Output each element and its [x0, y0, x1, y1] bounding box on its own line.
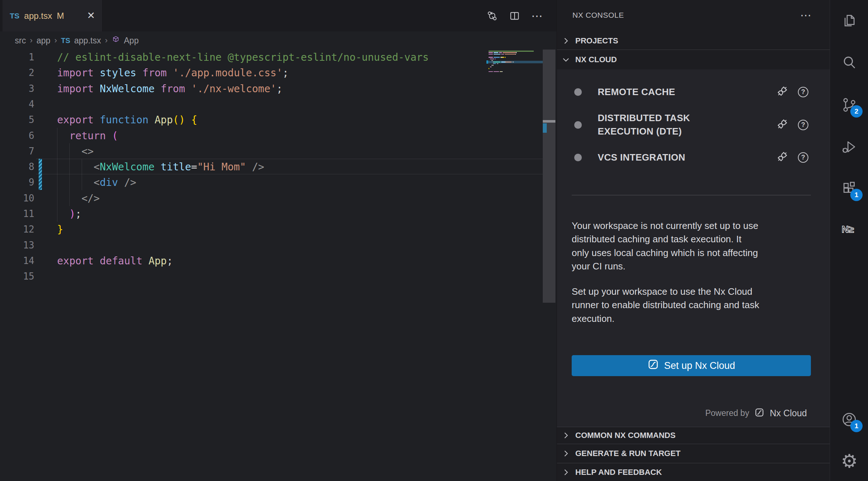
minimap[interactable]	[489, 51, 543, 78]
line-number: 2	[0, 65, 34, 81]
powered-by-row: Powered by Nx Cloud	[557, 408, 830, 419]
minimap-line-fragment	[497, 63, 498, 64]
section-nx-cloud-label: NX CLOUD	[575, 55, 617, 64]
code-line-12[interactable]: 12}	[0, 222, 557, 237]
line-number: 3	[0, 81, 34, 97]
chevron-right-icon	[561, 449, 571, 458]
code-line-7[interactable]: 7<>	[0, 144, 557, 159]
account-icon[interactable]: 1	[841, 411, 858, 428]
run-and-debug-icon[interactable]	[841, 139, 858, 155]
code-text: <>	[81, 144, 94, 159]
section-generate-run-target[interactable]: GENERATE & RUN TARGET	[557, 444, 830, 463]
section-label: HELP AND FEEDBACK	[575, 468, 662, 477]
breadcrumb-file[interactable]: app.tsx	[74, 36, 101, 46]
connect-plug-icon[interactable]	[775, 84, 789, 99]
help-icon[interactable]: ?	[798, 120, 808, 130]
code-line-14[interactable]: 14export default App;	[0, 253, 557, 269]
minimap-line-fragment	[491, 65, 494, 66]
open-changes-icon[interactable]	[486, 10, 498, 22]
chevron-down-icon	[561, 55, 571, 64]
section-label: GENERATE & RUN TARGET	[575, 449, 680, 458]
line-number: 9	[0, 175, 34, 190]
close-tab-icon[interactable]: ✕	[87, 11, 95, 21]
minimap-line-fragment	[506, 61, 511, 63]
activity-bar: 2 1 N≥ 1	[830, 0, 868, 481]
more-actions-icon[interactable]: ⋯	[531, 9, 543, 23]
feature-remote-cache: REMOTE CACHE ?	[557, 79, 830, 105]
minimap-line-fragment	[489, 68, 489, 69]
minimap-line-fragment	[501, 61, 505, 63]
code-line-1[interactable]: 1// eslint-disable-next-line @typescript…	[0, 50, 557, 65]
minimap-line-fragment	[489, 57, 493, 58]
settings-gear-icon[interactable]: ⚙	[841, 453, 858, 469]
minimap-line-fragment	[489, 71, 493, 72]
editor-scrollbar[interactable]	[543, 50, 555, 303]
line-number: 4	[0, 97, 34, 112]
minimap-line-fragment	[503, 52, 516, 53]
explorer-icon[interactable]	[841, 12, 858, 29]
minimap-line-fragment	[505, 54, 515, 55]
breadcrumb: src › app › TS app.tsx › App	[0, 31, 557, 50]
split-editor-icon[interactable]	[509, 10, 520, 22]
chevron-right-icon	[561, 468, 571, 477]
code-line-8[interactable]: 8<NxWelcome title="Hi Mom" />	[0, 159, 557, 175]
minimap-line-fragment	[516, 52, 517, 53]
connect-plug-icon[interactable]	[775, 150, 789, 165]
breadcrumb-symbol-app[interactable]: App	[124, 36, 139, 46]
help-icon[interactable]: ?	[798, 87, 808, 97]
code-line-2[interactable]: 2import styles from './app.module.css';	[0, 65, 557, 81]
code-line-3[interactable]: 3import NxWelcome from './nx-welcome';	[0, 81, 557, 97]
minimap-line-fragment	[489, 51, 534, 52]
code-line-6[interactable]: 6return (	[0, 128, 557, 144]
setup-nx-cloud-button[interactable]: Set up Nx Cloud	[572, 355, 811, 376]
section-projects[interactable]: PROJECTS	[557, 32, 830, 50]
typescript-file-icon: TS	[61, 37, 70, 45]
code-line-11[interactable]: 11);	[0, 206, 557, 222]
code-line-15[interactable]: 15	[0, 269, 557, 284]
tab-app-tsx[interactable]: TS app.tsx M ✕	[3, 0, 103, 31]
line-number: 14	[0, 253, 34, 269]
minimap-line-fragment	[499, 52, 502, 53]
panel-title: NX CONSOLE	[572, 11, 624, 20]
section-common-nx-commands[interactable]: COMMON NX COMMANDS	[557, 427, 830, 444]
code-text: return (	[69, 128, 118, 144]
section-nx-cloud[interactable]: NX CLOUD	[557, 50, 830, 69]
code-line-10[interactable]: 10</>	[0, 191, 557, 206]
line-number: 8	[0, 159, 34, 175]
breadcrumb-separator: ›	[30, 36, 33, 45]
line-number: 5	[0, 112, 34, 128]
search-icon[interactable]	[841, 54, 858, 71]
source-control-badge: 2	[850, 105, 863, 118]
connect-plug-icon[interactable]	[775, 117, 789, 132]
source-control-icon[interactable]: 2	[841, 97, 858, 113]
breadcrumb-src[interactable]: src	[15, 36, 26, 46]
code-text: import styles from './app.module.css';	[57, 65, 289, 81]
feature-label: REMOTE CACHE	[598, 85, 721, 99]
minimap-line-fragment	[491, 60, 493, 61]
code-text: import NxWelcome from './nx-welcome';	[57, 81, 283, 97]
extensions-icon[interactable]: 1	[841, 180, 858, 197]
panel-more-actions-icon[interactable]: ⋯	[800, 9, 811, 22]
breadcrumb-app[interactable]: app	[36, 36, 50, 46]
nx-console-icon[interactable]: N≥	[841, 221, 858, 238]
code-text: }	[57, 222, 63, 237]
minimap-line-fragment	[489, 54, 493, 55]
nx-cloud-brand-label: Nx Cloud	[770, 408, 807, 418]
code-line-13[interactable]: 13	[0, 238, 557, 253]
setup-button-label: Set up Nx Cloud	[664, 360, 735, 371]
code-line-4[interactable]: 4	[0, 97, 557, 112]
nx-cloud-icon	[648, 359, 659, 373]
extensions-badge: 1	[850, 189, 863, 201]
code-text: export default App;	[57, 253, 173, 269]
panel-header: NX CONSOLE ⋯	[557, 0, 830, 32]
minimap-line-fragment	[494, 63, 496, 64]
line-number: 6	[0, 128, 34, 144]
help-icon[interactable]: ?	[798, 152, 808, 163]
overview-ruler-cursor-marker	[543, 120, 555, 123]
section-help-and-feedback[interactable]: HELP AND FEEDBACK	[557, 463, 830, 481]
minimap-modified-marker	[486, 60, 488, 64]
minimap-line-fragment	[490, 59, 494, 60]
code-line-9[interactable]: 9<div />	[0, 175, 557, 190]
code-line-5[interactable]: 5export function App() {	[0, 112, 557, 128]
minimap-line-fragment	[501, 54, 504, 55]
